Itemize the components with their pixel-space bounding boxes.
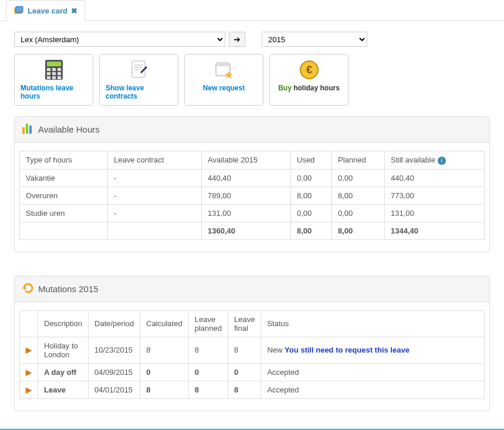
col-calc: Calculated — [140, 310, 188, 337]
leave-card-icon — [13, 5, 24, 16]
col-contract: Leave contract — [108, 151, 202, 170]
action-buttons: Mutations leave hours Show leave contrac… — [14, 54, 490, 106]
svg-rect-13 — [132, 61, 145, 77]
tab-leave-card[interactable]: Leave card ✖ — [6, 0, 85, 21]
mutations-leave-hours-button[interactable]: Mutations leave hours — [14, 54, 93, 106]
svg-rect-7 — [47, 72, 50, 75]
svg-rect-3 — [47, 62, 61, 66]
selector-row: Lex (Amsterdam) ➔ 2015 — [14, 32, 490, 47]
svg-text:€: € — [306, 64, 312, 76]
svg-rect-11 — [52, 76, 56, 79]
col-expand — [20, 310, 38, 337]
svg-rect-1 — [16, 6, 23, 12]
table-row: Studie uren-131,000,000,00131,00 — [20, 204, 485, 222]
year-select[interactable]: 2015 — [262, 32, 367, 47]
chart-bars-icon — [22, 123, 33, 136]
contract-icon — [128, 59, 150, 80]
calculator-icon — [43, 59, 65, 80]
user-select[interactable]: Lex (Amsterdam) — [14, 32, 225, 47]
panel-header: Available Hours — [15, 117, 489, 143]
svg-rect-18 — [216, 63, 230, 66]
action-label: Buy holiday hours — [278, 84, 340, 92]
svg-rect-8 — [52, 72, 56, 75]
panel-title: Available Hours — [38, 124, 100, 134]
col-planned: Planned — [332, 151, 385, 170]
content: Lex (Amsterdam) ➔ 2015 Mutations leave h… — [0, 21, 504, 429]
new-request-button[interactable]: New request — [184, 54, 263, 106]
tab-close-icon[interactable]: ✖ — [71, 6, 77, 15]
action-label: Mutations leave hours — [21, 84, 87, 100]
info-icon[interactable]: i — [438, 157, 446, 165]
calendar-star-icon — [214, 59, 235, 80]
action-label: New request — [203, 84, 245, 92]
expand-icon[interactable]: ▶ — [26, 346, 32, 354]
svg-rect-10 — [47, 76, 50, 79]
available-hours-panel: Available Hours Type of hours Leave cont… — [14, 116, 490, 252]
svg-rect-4 — [47, 68, 50, 71]
table-row: ▶A day off04/09/2015000Accepted — [20, 363, 485, 381]
panel-header: Mutations 2015 — [15, 276, 489, 302]
euro-coin-icon: € — [299, 59, 320, 80]
col-planned: Leave planned — [188, 310, 228, 337]
svg-rect-9 — [57, 72, 61, 75]
col-avail: Available 2015 — [202, 151, 291, 170]
table-row: Vakantie-440,400,000,00440,40 — [20, 169, 485, 187]
arrow-button[interactable]: ➔ — [229, 32, 245, 47]
available-hours-table: Type of hours Leave contract Available 2… — [19, 151, 485, 240]
expand-icon[interactable]: ▶ — [26, 385, 32, 394]
table-row: Overuren-789,008,008,00773,00 — [20, 187, 485, 204]
table-row: ▶Holiday to London10/23/2015888New You s… — [20, 337, 485, 363]
action-label: Show leave contracts — [106, 84, 172, 100]
svg-rect-5 — [52, 68, 56, 71]
totals-row: 1360,408,008,001344,40 — [20, 222, 485, 239]
svg-rect-22 — [22, 127, 25, 134]
show-leave-contracts-button[interactable]: Show leave contracts — [99, 54, 178, 106]
panel-title: Mutations 2015 — [38, 284, 99, 294]
col-desc: Description — [38, 310, 89, 337]
svg-rect-12 — [57, 76, 61, 79]
col-final: Leave final — [228, 310, 261, 337]
col-used: Used — [291, 151, 332, 170]
col-date: Date/period — [89, 310, 140, 337]
buy-holiday-hours-button[interactable]: € Buy holiday hours — [269, 54, 349, 106]
col-status: Status — [261, 310, 485, 337]
svg-rect-24 — [29, 126, 32, 134]
expand-icon[interactable]: ▶ — [26, 368, 32, 377]
mutations-table: Description Date/period Calculated Leave… — [19, 310, 485, 399]
svg-rect-6 — [57, 68, 61, 71]
col-type: Type of hours — [20, 151, 108, 170]
col-still: Still availablei — [385, 151, 485, 170]
tab-bar: Leave card ✖ — [0, 0, 504, 21]
status-link[interactable]: You still need to request this leave — [285, 346, 410, 354]
svg-rect-23 — [26, 124, 28, 134]
undo-arrow-icon — [22, 282, 33, 296]
table-row: ▶Leave04/01/2015888Accepted — [20, 381, 485, 398]
tab-title: Leave card — [28, 6, 67, 15]
mutations-panel: Mutations 2015 Description Date/period C… — [14, 276, 490, 411]
